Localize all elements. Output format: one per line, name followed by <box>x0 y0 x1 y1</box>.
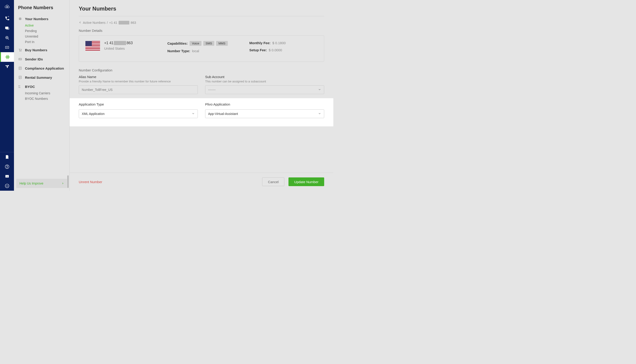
nav-item-buy-numbers[interactable]: Buy Numbers <box>14 46 69 54</box>
lookup-icon[interactable] <box>0 33 14 42</box>
chevron-down-icon <box>318 112 321 116</box>
page-title: Your Numbers <box>79 6 324 16</box>
account-icon[interactable]: NS <box>0 181 14 191</box>
logo-icon[interactable] <box>0 0 14 14</box>
alias-help: Provide a friendly Name to remember this… <box>79 80 198 83</box>
application-config-row: Application Type XML Application Plivo A… <box>70 98 333 126</box>
alias-label: Alias Name <box>79 75 198 79</box>
breadcrumb-masked: 0 000 0 <box>118 21 129 24</box>
capability-sms: SMS <box>203 41 214 46</box>
update-number-button[interactable]: Update Number <box>288 178 324 186</box>
id-icon <box>18 57 22 61</box>
byoc-icon: BYOC <box>18 84 22 88</box>
summary-icon <box>18 75 22 80</box>
monthly-fee-value: $ 0.1800 <box>272 41 286 45</box>
capabilities-label: Capabilities: <box>167 42 188 45</box>
nav-sub-byoc-numbers[interactable]: BYOC Numbers <box>14 96 69 102</box>
number-details-card: +1 410 000 0863 United States Capabiliti… <box>79 35 324 62</box>
nav-item-byoc[interactable]: BYOC BYOC <box>14 83 69 90</box>
docs-icon[interactable] <box>0 152 14 162</box>
unrent-number-link[interactable]: Unrent Number <box>79 180 102 184</box>
svg-point-19 <box>19 59 20 60</box>
plivo-app-value: App-Virtual-Assistant <box>208 112 238 116</box>
app-type-value: XML Application <box>82 112 105 116</box>
svg-text:BY: BY <box>18 85 20 86</box>
nav-sub-pending[interactable]: Pending <box>14 28 69 34</box>
nav-item-label: Compliance Application <box>25 66 64 70</box>
svg-point-1 <box>7 7 7 7</box>
app-type-label: Application Type <box>79 102 198 106</box>
capability-mms: MMS <box>216 41 228 46</box>
setup-fee-value: $ 0.0000 <box>269 48 282 52</box>
svg-text:$: $ <box>6 175 7 178</box>
app-type-select[interactable]: XML Application <box>79 110 198 118</box>
nav-sub-unrented[interactable]: Unrented <box>14 34 69 39</box>
svg-point-11 <box>7 168 7 168</box>
breadcrumb-suffix: 863 <box>131 21 136 24</box>
subaccount-help: This number can be assigned to a subacco… <box>205 80 324 83</box>
subaccount-select[interactable]: ------- <box>205 86 324 94</box>
help-icon[interactable] <box>0 162 14 172</box>
chevron-left-icon <box>79 21 82 24</box>
svg-rect-6 <box>5 27 8 29</box>
phone-number: +1 410 000 0863 <box>104 41 133 45</box>
routing-icon[interactable] <box>0 62 14 72</box>
nav-item-your-numbers[interactable]: Your Numbers <box>14 15 69 23</box>
nav-item-sender-ids[interactable]: Sender IDs <box>14 55 69 63</box>
cart-icon <box>18 48 22 52</box>
svg-point-16 <box>20 51 20 51</box>
voice-icon[interactable] <box>0 14 14 23</box>
monthly-fee-label: Monthly Fee: <box>249 41 270 45</box>
nav-item-label: Buy Numbers <box>25 48 48 52</box>
page-footer: Unrent Number Cancel Update Number <box>70 172 333 191</box>
compliance-icon <box>18 66 22 70</box>
billing-icon[interactable]: $ <box>0 172 14 181</box>
svg-text:NS: NS <box>6 185 8 187</box>
chevron-down-icon <box>192 112 195 116</box>
side-nav: Phone Numbers Your Numbers Active Pendin… <box>14 0 70 191</box>
nav-sub-active[interactable]: Active <box>14 23 69 28</box>
breadcrumb-prefix: +1 41 <box>109 21 117 24</box>
svg-text:SIP: SIP <box>6 47 8 48</box>
number-details-heading: Number Details <box>79 28 324 32</box>
svg-point-2 <box>7 7 8 7</box>
phone-masked: 0 000 0 <box>114 41 126 45</box>
side-nav-title: Phone Numbers <box>14 0 69 15</box>
number-config-heading: Number Configuration <box>79 68 324 72</box>
nav-item-label: Your Numbers <box>25 17 48 21</box>
nav-sub-port-in[interactable]: Port In <box>14 39 69 45</box>
subaccount-label: Sub Account <box>205 75 324 79</box>
capability-voice: Voice <box>190 41 202 46</box>
nav-item-compliance[interactable]: Compliance Application <box>14 64 69 72</box>
help-us-improve[interactable]: Help Us Improve <box>16 179 67 188</box>
plivo-app-label: Plivo Application <box>205 102 324 106</box>
scrollbar[interactable] <box>67 175 69 188</box>
cancel-button[interactable]: Cancel <box>262 178 284 186</box>
breadcrumb-back: Active Numbers <box>83 21 106 24</box>
icon-rail: SIP $ NS <box>0 0 14 191</box>
number-type-value: local <box>192 49 199 53</box>
number-type-label: Number Type: <box>167 49 190 53</box>
messaging-icon[interactable] <box>0 23 14 33</box>
sip-icon[interactable]: SIP <box>0 42 14 52</box>
nav-item-rental-summary[interactable]: Rental Summary <box>14 74 69 81</box>
nav-item-label: Rental Summary <box>25 76 52 80</box>
svg-point-17 <box>21 51 21 51</box>
phone-country: United States <box>104 46 133 50</box>
nav-sub-incoming-carriers[interactable]: Incoming Carriers <box>14 90 69 96</box>
chevron-right-icon <box>62 182 64 185</box>
nav-item-label: BYOC <box>25 85 35 88</box>
phone-numbers-icon[interactable] <box>0 52 14 62</box>
plivo-app-select[interactable]: App-Virtual-Assistant <box>205 110 324 118</box>
nav-item-label: Sender IDs <box>25 57 43 61</box>
setup-fee-label: Setup Fee: <box>249 48 267 52</box>
svg-text:OC: OC <box>18 87 21 88</box>
help-improve-label: Help Us Improve <box>20 182 43 185</box>
hash-icon <box>18 17 22 21</box>
chevron-down-icon <box>318 88 321 92</box>
alias-input[interactable] <box>79 86 198 94</box>
main-panel: Your Numbers Active Numbers / +1 410 000… <box>70 0 333 191</box>
breadcrumb[interactable]: Active Numbers / +1 410 000 0863 <box>79 16 324 28</box>
subaccount-value: ------- <box>208 88 216 92</box>
us-flag-icon <box>86 41 100 50</box>
